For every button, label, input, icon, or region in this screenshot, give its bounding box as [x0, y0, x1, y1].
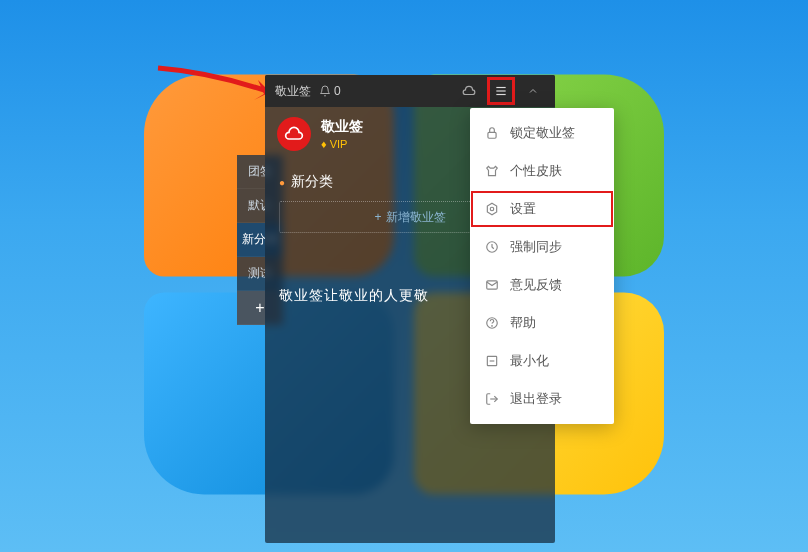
- logout-icon: [484, 391, 500, 407]
- menu-item-logout[interactable]: 退出登录: [470, 380, 614, 418]
- add-note-label: 新增敬业签: [386, 209, 446, 226]
- svg-point-9: [492, 326, 493, 327]
- help-icon: [484, 315, 500, 331]
- menu-item-sync[interactable]: 强制同步: [470, 228, 614, 266]
- collapse-button[interactable]: [521, 79, 545, 103]
- menu-item-settings[interactable]: 设置: [470, 190, 614, 228]
- menu-item-skin[interactable]: 个性皮肤: [470, 152, 614, 190]
- svg-point-5: [490, 207, 494, 211]
- dropdown-menu: 锁定敬业签 个性皮肤 设置 强制同步 意见反馈 帮助 最小化 退出登录: [470, 108, 614, 424]
- menu-item-help[interactable]: 帮助: [470, 304, 614, 342]
- feedback-icon: [484, 277, 500, 293]
- titlebar: 敬业签 0: [265, 75, 555, 107]
- minimize-icon: [484, 353, 500, 369]
- sync-icon: [484, 239, 500, 255]
- svg-marker-4: [487, 203, 496, 215]
- menu-item-minimize[interactable]: 最小化: [470, 342, 614, 380]
- settings-icon: [484, 201, 500, 217]
- menu-label: 强制同步: [510, 238, 562, 256]
- menu-label: 锁定敬业签: [510, 124, 575, 142]
- menu-button[interactable]: [489, 79, 513, 103]
- bell-icon[interactable]: 0: [319, 84, 341, 98]
- menu-label: 退出登录: [510, 390, 562, 408]
- user-name: 敬业签: [321, 118, 363, 136]
- menu-label: 帮助: [510, 314, 536, 332]
- vip-badge: VIP: [321, 138, 363, 150]
- menu-label: 最小化: [510, 352, 549, 370]
- cloud-sync-button[interactable]: [457, 79, 481, 103]
- menu-item-feedback[interactable]: 意见反馈: [470, 266, 614, 304]
- menu-item-lock[interactable]: 锁定敬业签: [470, 114, 614, 152]
- menu-label: 个性皮肤: [510, 162, 562, 180]
- category-label: 新分类: [291, 173, 333, 191]
- svg-rect-3: [488, 132, 496, 138]
- menu-label: 意见反馈: [510, 276, 562, 294]
- app-title: 敬业签: [275, 83, 311, 100]
- menu-label: 设置: [510, 200, 536, 218]
- avatar[interactable]: [277, 117, 311, 151]
- skin-icon: [484, 163, 500, 179]
- plus-icon: +: [374, 210, 381, 224]
- notification-count: 0: [334, 84, 341, 98]
- lock-icon: [484, 125, 500, 141]
